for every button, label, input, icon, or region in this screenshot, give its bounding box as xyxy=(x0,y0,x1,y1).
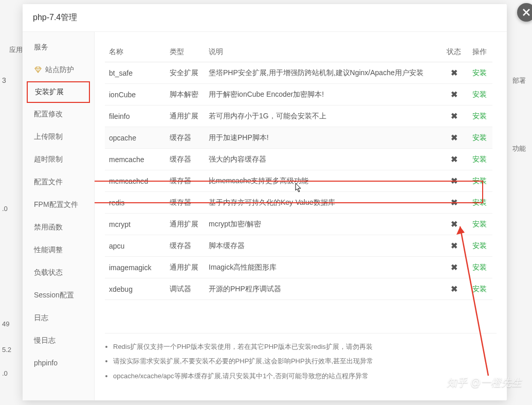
ext-name: redis xyxy=(105,192,166,214)
table-row: imagemagick通用扩展Imagick高性能图形库✖安装 xyxy=(105,257,492,278)
ext-desc: 比memcache支持更多高级功能 xyxy=(205,170,441,192)
bg-val: 49 xyxy=(2,320,9,328)
sidebar-item-label: 负载状态 xyxy=(34,268,63,277)
notes-list: Redis扩展仅支持一个PHP版本安装使用，若在其它PHP版本已安装redis扩… xyxy=(105,333,497,390)
ext-name: opcache xyxy=(105,127,166,149)
table-row: apcu缓存器脚本缓存器✖安装 xyxy=(105,235,492,257)
ext-action: 安装 xyxy=(467,127,492,149)
close-icon xyxy=(522,8,531,17)
note-item: opcache/xcache/apc等脚本缓存扩展,请只安装其中1个,否则可能导… xyxy=(113,371,494,382)
ext-name: imagemagick xyxy=(105,257,166,278)
ext-status: ✖ xyxy=(441,192,467,214)
install-link[interactable]: 安装 xyxy=(472,285,487,293)
status-x-icon: ✖ xyxy=(451,241,457,250)
ext-status: ✖ xyxy=(441,235,467,257)
table-row: redis缓存器基于内存亦可持久化的Key-Value数据库✖安装 xyxy=(105,192,492,214)
ext-desc: 基于内存亦可持久化的Key-Value数据库 xyxy=(205,192,441,214)
ext-name: fileinfo xyxy=(105,105,166,127)
status-x-icon: ✖ xyxy=(451,177,457,185)
ext-action: 安装 xyxy=(467,257,492,278)
close-button[interactable] xyxy=(517,3,532,22)
table-row: memcached缓存器比memcache支持更多高级功能✖安装 xyxy=(105,170,492,192)
sidebar-item-upload-limit[interactable]: 上传限制 xyxy=(23,126,94,148)
table-row: opcache缓存器用于加速PHP脚本!✖安装 xyxy=(105,127,492,149)
table-row: bt_safe安全扩展堡塔PHP安全扩展,用于增强防跨站机制,建议Nginx/A… xyxy=(105,62,492,84)
dialog-title: php-7.4管理 xyxy=(23,4,507,32)
col-name: 名称 xyxy=(105,42,166,62)
ext-action: 安装 xyxy=(467,149,492,170)
sidebar-item-slow-log[interactable]: 慢日志 xyxy=(23,329,94,352)
install-link[interactable]: 安装 xyxy=(472,68,487,77)
ext-type: 安全扩展 xyxy=(166,62,205,84)
col-desc: 说明 xyxy=(205,42,441,62)
sidebar-item-load-status[interactable]: 负载状态 xyxy=(23,261,94,284)
sidebar-item-install-ext[interactable]: 安装扩展 xyxy=(27,81,90,103)
ext-status: ✖ xyxy=(441,84,467,105)
ext-name: ionCube xyxy=(105,84,166,105)
sidebar: 服务 站点防护 安装扩展 配置修改 上传限制 超时限制 配置文件 xyxy=(23,32,95,400)
install-link[interactable]: 安装 xyxy=(472,112,487,120)
ext-name: memcached xyxy=(105,170,166,192)
install-link[interactable]: 安装 xyxy=(472,133,487,142)
status-x-icon: ✖ xyxy=(451,133,457,142)
sidebar-item-label: 站点防护 xyxy=(45,65,74,75)
bg-val: 3 xyxy=(2,76,6,84)
install-link[interactable]: 安装 xyxy=(472,177,487,185)
ext-desc: Imagick高性能图形库 xyxy=(205,257,441,278)
main-panel: 名称 类型 说明 状态 操作 bt_safe安全扩展堡塔PHP安全扩展,用于增强… xyxy=(95,32,507,400)
sidebar-item-phpinfo[interactable]: phpinfo xyxy=(23,352,94,374)
sidebar-item-label: Session配置 xyxy=(34,291,74,300)
extension-table: 名称 类型 说明 状态 操作 bt_safe安全扩展堡塔PHP安全扩展,用于增强… xyxy=(105,42,492,300)
status-x-icon: ✖ xyxy=(451,155,457,164)
sidebar-item-label: 性能调整 xyxy=(34,245,63,255)
install-link[interactable]: 安装 xyxy=(472,198,487,206)
note-item: Redis扩展仅支持一个PHP版本安装使用，若在其它PHP版本已安装redis扩… xyxy=(113,342,494,353)
ext-desc: 强大的内容缓存器 xyxy=(205,149,441,170)
bg-val: .0 xyxy=(2,369,8,377)
bg-val: .0 xyxy=(2,205,8,213)
sidebar-item-label: 日志 xyxy=(34,313,48,323)
ext-desc: 用于加速PHP脚本! xyxy=(205,127,441,149)
ext-type: 通用扩展 xyxy=(166,105,205,127)
install-link[interactable]: 安装 xyxy=(472,220,487,228)
php-manage-dialog: php-7.4管理 服务 站点防护 安装扩展 配置修改 上传限制 超时限制 xyxy=(23,4,507,400)
sidebar-item-service[interactable]: 服务 xyxy=(23,36,94,59)
ext-type: 脚本解密 xyxy=(166,84,205,105)
sidebar-item-performance[interactable]: 性能调整 xyxy=(23,239,94,261)
ext-desc: mcrypt加密/解密 xyxy=(205,214,441,235)
ext-name: memcache xyxy=(105,149,166,170)
table-row: fileinfo通用扩展若可用内存小于1G，可能会安装不上✖安装 xyxy=(105,105,492,127)
sidebar-item-disabled-funcs[interactable]: 禁用函数 xyxy=(23,216,94,239)
sidebar-item-label: 服务 xyxy=(34,43,48,52)
sidebar-item-config-edit[interactable]: 配置修改 xyxy=(23,103,94,126)
sidebar-item-label: 超时限制 xyxy=(34,155,63,164)
ext-status: ✖ xyxy=(441,62,467,84)
sidebar-item-config-file[interactable]: 配置文件 xyxy=(23,171,94,193)
ext-status: ✖ xyxy=(441,127,467,149)
install-link[interactable]: 安装 xyxy=(472,263,487,271)
note-item: 请按实际需求安装扩展,不要安装不必要的PHP扩展,这会影响PHP执行效率,甚至出… xyxy=(113,356,494,367)
sidebar-item-log[interactable]: 日志 xyxy=(23,307,94,329)
status-x-icon: ✖ xyxy=(451,285,457,293)
ext-desc: 堡塔PHP安全扩展,用于增强防跨站机制,建议Nginx/Apache用户安装 xyxy=(205,62,441,84)
sidebar-item-label: 慢日志 xyxy=(34,336,56,345)
sidebar-item-label: 配置修改 xyxy=(34,110,63,119)
extension-table-wrap: 名称 类型 说明 状态 操作 bt_safe安全扩展堡塔PHP安全扩展,用于增强… xyxy=(105,42,497,333)
ext-type: 缓存器 xyxy=(166,127,205,149)
sidebar-item-fpm-config[interactable]: FPM配置文件 xyxy=(23,193,94,216)
install-link[interactable]: 安装 xyxy=(472,155,487,163)
sidebar-item-timeout-limit[interactable]: 超时限制 xyxy=(23,148,94,171)
status-x-icon: ✖ xyxy=(451,263,457,272)
ext-action: 安装 xyxy=(467,170,492,192)
ext-desc: 开源的PHP程序调试器 xyxy=(205,278,441,300)
sidebar-item-session-config[interactable]: Session配置 xyxy=(23,284,94,307)
sidebar-item-site-protection[interactable]: 站点防护 xyxy=(23,59,94,81)
install-link[interactable]: 安装 xyxy=(472,241,487,250)
ext-name: bt_safe xyxy=(105,62,166,84)
col-action: 操作 xyxy=(467,42,492,62)
sidebar-item-label: 上传限制 xyxy=(34,132,63,142)
ext-status: ✖ xyxy=(441,105,467,127)
table-row: mcrypt通用扩展mcrypt加密/解密✖安装 xyxy=(105,214,492,235)
install-link[interactable]: 安装 xyxy=(472,90,487,98)
col-status: 状态 xyxy=(441,42,467,62)
